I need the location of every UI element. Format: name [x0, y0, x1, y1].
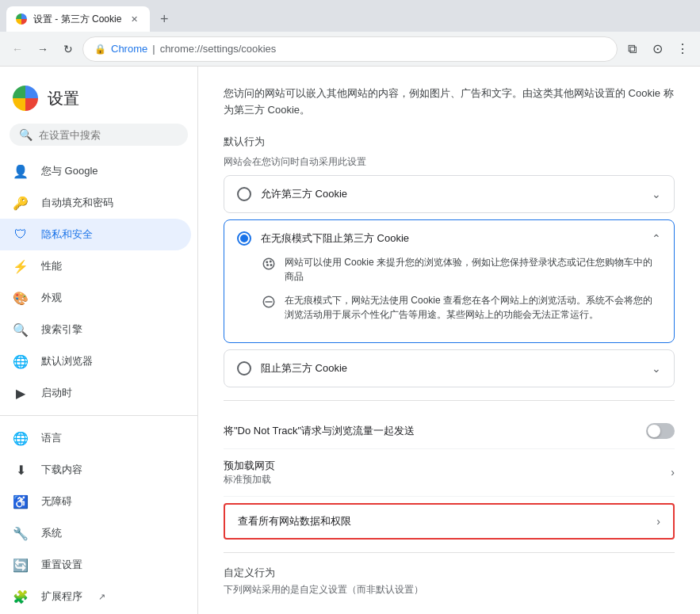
- option-block-chevron: ⌄: [652, 362, 661, 375]
- preload-sublabel: 标准预加载: [224, 473, 275, 486]
- sidebar-item-privacy[interactable]: 🛡 隐私和安全: [0, 219, 191, 250]
- back-button[interactable]: ←: [6, 38, 29, 60]
- option-block-radio[interactable]: [237, 361, 251, 376]
- browser-window: 设置 - 第三方 Cookie ✕ + ← → ↻ 🔒 Chrome | chr…: [0, 0, 700, 614]
- svg-point-0: [263, 258, 274, 269]
- view-all-data-row[interactable]: 查看所有网站数据和权限 ›: [224, 503, 675, 540]
- dnt-toggle[interactable]: [646, 423, 675, 439]
- sidebar-item-startup[interactable]: ▶ 启动时: [0, 377, 191, 409]
- expanded-text-1: 网站可以使用 Cookie 来提升您的浏览体验，例如让您保持登录状态或记住您购物…: [285, 255, 661, 284]
- sidebar: 设置 🔍 👤 您与 Google 🔑 自动填充和密码 🛡 隐私和安全 ⚡ 性能: [0, 67, 198, 614]
- settings-header: 设置: [0, 79, 197, 124]
- custom-sublabel: 下列网站采用的是自定义设置（而非默认设置）: [224, 583, 675, 597]
- sidebar-item-accessibility[interactable]: ♿ 无障碍: [0, 486, 191, 517]
- option-block-cookies[interactable]: 阻止第三方 Cookie ⌄: [224, 349, 675, 387]
- description-text: 您访问的网站可以嵌入其他网站的内容，例如图片、广告和文字。由这类其他网站设置的 …: [224, 86, 675, 119]
- key-icon: 🔑: [13, 195, 29, 211]
- custom-behavior-section: 自定义行为 下列网站采用的是自定义设置（而非默认设置） 已允许使用第三方 Coo…: [224, 566, 675, 614]
- reset-icon: 🔄: [13, 557, 29, 573]
- default-behavior-sublabel: 网站会在您访问时自动采用此设置: [224, 155, 675, 169]
- sidebar-label-downloads: 下载内容: [41, 463, 82, 477]
- sidebar-item-autofill[interactable]: 🔑 自动填充和密码: [0, 187, 191, 219]
- tab-title: 设置 - 第三方 Cookie: [33, 13, 121, 26]
- sidebar-item-google[interactable]: 👤 您与 Google: [0, 155, 191, 187]
- shield-icon: 🛡: [13, 227, 29, 242]
- block-icon: [261, 294, 277, 310]
- tab-favicon: [16, 13, 27, 25]
- appearance-icon: 🎨: [13, 290, 29, 306]
- tab-close-button[interactable]: ✕: [128, 13, 140, 25]
- sidebar-label-privacy: 隐私和安全: [41, 227, 93, 242]
- extensions-icon: 🧩: [13, 589, 29, 604]
- option-allow-radio[interactable]: [237, 187, 251, 201]
- dnt-row: 将"Do Not Track"请求与浏览流量一起发送: [224, 414, 675, 449]
- sidebar-label-reset: 重置设置: [41, 558, 82, 572]
- sidebar-label-system: 系统: [41, 526, 62, 540]
- sidebar-label-browser: 默认浏览器: [41, 354, 93, 368]
- option-incognito-radio[interactable]: [237, 231, 251, 246]
- svg-point-2: [270, 261, 272, 262]
- tab-bar: 设置 - 第三方 Cookie ✕ +: [0, 0, 700, 32]
- sidebar-item-extensions[interactable]: 🧩 扩展程序 ↗: [0, 581, 191, 612]
- option-incognito-label: 在无痕模式下阻止第三方 Cookie: [261, 231, 642, 246]
- sidebar-label-autofill: 自动填充和密码: [41, 196, 113, 210]
- preload-arrow: ›: [671, 466, 675, 479]
- sidebar-label-search: 搜索引擎: [41, 322, 82, 337]
- expanded-item-1: 网站可以使用 Cookie 来提升您的浏览体验，例如让您保持登录状态或记住您购物…: [261, 255, 661, 284]
- external-link-icon: ↗: [98, 592, 105, 602]
- address-separator: |: [152, 43, 155, 55]
- preload-row[interactable]: 预加载网页 标准预加载 ›: [224, 449, 675, 497]
- download-icon: ⬇: [13, 462, 29, 478]
- address-chrome-label: Chrome: [111, 43, 147, 55]
- sidebar-item-default-browser[interactable]: 🌐 默认浏览器: [0, 345, 191, 377]
- search-engine-icon: 🔍: [13, 322, 29, 338]
- chrome-logo: [13, 86, 38, 111]
- sidebar-item-language[interactable]: 🌐 语言: [0, 422, 191, 454]
- search-bar[interactable]: 🔍: [10, 124, 188, 146]
- option-incognito-block[interactable]: 在无痕模式下阻止第三方 Cookie ⌃: [224, 219, 675, 343]
- option-allow-cookies[interactable]: 允许第三方 Cookie ⌄: [224, 175, 675, 213]
- option-incognito-expanded: 网站可以使用 Cookie 来提升您的浏览体验，例如让您保持登录状态或记住您购物…: [237, 255, 661, 322]
- menu-button[interactable]: ⋮: [671, 38, 694, 60]
- sidebar-item-performance[interactable]: ⚡ 性能: [0, 250, 191, 282]
- address-bar-row: ← → ↻ 🔒 Chrome | chrome://settings/cooki…: [0, 32, 700, 67]
- new-tab-button[interactable]: +: [153, 8, 175, 30]
- address-url: chrome://settings/cookies: [160, 43, 277, 55]
- startup-icon: ▶: [13, 385, 29, 401]
- option-allow-label: 允许第三方 Cookie: [261, 187, 642, 201]
- app-content: 设置 🔍 👤 您与 Google 🔑 自动填充和密码 🛡 隐私和安全 ⚡ 性能: [0, 67, 700, 614]
- sidebar-label-extensions: 扩展程序: [41, 589, 82, 604]
- svg-point-4: [270, 264, 272, 265]
- sidebar-label-accessibility: 无障碍: [41, 494, 72, 509]
- sidebar-item-search[interactable]: 🔍 搜索引擎: [0, 314, 191, 345]
- sidebar-label-performance: 性能: [41, 259, 62, 273]
- option-allow-header: 允许第三方 Cookie ⌄: [237, 187, 661, 201]
- extensions-button[interactable]: ⧉: [621, 38, 643, 60]
- sidebar-item-appearance[interactable]: 🎨 外观: [0, 282, 191, 314]
- accessibility-icon: ♿: [13, 494, 29, 509]
- divider-2: [224, 552, 675, 553]
- globe-icon: 🌐: [13, 353, 29, 369]
- svg-point-3: [267, 264, 269, 265]
- dnt-label: 将"Do Not Track"请求与浏览流量一起发送: [224, 424, 415, 438]
- forward-button[interactable]: →: [32, 38, 54, 60]
- settings-title: 设置: [48, 88, 79, 109]
- search-icon: 🔍: [19, 128, 33, 141]
- option-allow-chevron: ⌄: [652, 188, 661, 200]
- cookie-icon: [261, 256, 277, 272]
- allowed-row: 已允许使用第三方 Cookie 添加: [224, 606, 675, 614]
- sidebar-item-reset[interactable]: 🔄 重置设置: [0, 549, 191, 581]
- sidebar-item-downloads[interactable]: ⬇ 下载内容: [0, 454, 191, 486]
- expanded-item-2: 在无痕模式下，网站无法使用 Cookie 查看您在各个网站上的浏览活动。系统不会…: [261, 293, 661, 322]
- option-block-header: 阻止第三方 Cookie ⌄: [237, 361, 661, 376]
- address-bar[interactable]: 🔒 Chrome | chrome://settings/cookies: [82, 36, 618, 62]
- option-incognito-header: 在无痕模式下阻止第三方 Cookie ⌃: [237, 231, 661, 246]
- profile-button[interactable]: ⊙: [646, 38, 668, 60]
- system-icon: 🔧: [13, 525, 29, 541]
- active-tab[interactable]: 设置 - 第三方 Cookie ✕: [6, 6, 150, 32]
- search-input[interactable]: [39, 129, 178, 141]
- reload-button[interactable]: ↻: [57, 38, 79, 60]
- sidebar-label-google: 您与 Google: [41, 164, 98, 178]
- sidebar-item-system[interactable]: 🔧 系统: [0, 517, 191, 549]
- divider-1: [224, 400, 675, 401]
